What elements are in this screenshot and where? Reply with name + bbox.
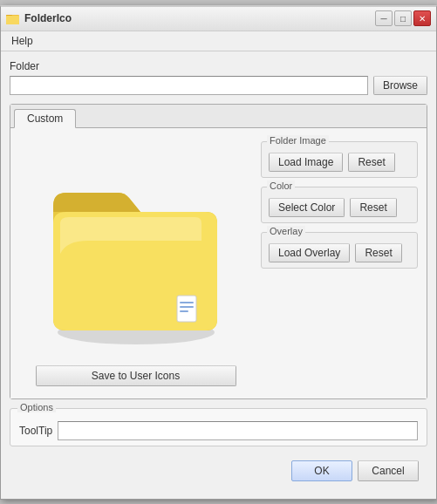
svg-rect-2 bbox=[6, 16, 19, 24]
close-button[interactable]: ✕ bbox=[413, 10, 431, 26]
reset-image-button[interactable]: Reset bbox=[348, 153, 394, 172]
folder-image-buttons: Load Image Reset bbox=[269, 153, 410, 172]
svg-rect-5 bbox=[180, 302, 194, 303]
save-to-user-icons-button[interactable]: Save to User Icons bbox=[36, 365, 236, 386]
svg-rect-7 bbox=[180, 310, 188, 312]
window-icon bbox=[6, 11, 20, 25]
svg-rect-4 bbox=[177, 296, 196, 322]
menu-bar: Help bbox=[1, 31, 436, 51]
controls-panel: Folder Image Load Image Reset Color Sele… bbox=[261, 137, 418, 390]
tab-container: Custom bbox=[10, 104, 427, 399]
title-bar-buttons: ─ □ ✕ bbox=[375, 10, 431, 26]
ok-button[interactable]: OK bbox=[291, 460, 352, 481]
dialog-buttons: OK Cancel bbox=[10, 455, 427, 490]
overlay-buttons: Load Overlay Reset bbox=[269, 243, 410, 262]
reset-overlay-button[interactable]: Reset bbox=[355, 243, 401, 262]
custom-tab[interactable]: Custom bbox=[14, 109, 76, 128]
tooltip-label: ToolTip bbox=[19, 425, 52, 437]
save-btn-row: Save to User Icons bbox=[36, 365, 236, 386]
tooltip-input[interactable] bbox=[58, 421, 418, 440]
overlay-label: Overlay bbox=[267, 226, 305, 236]
folder-image bbox=[44, 149, 228, 350]
minimize-button[interactable]: ─ bbox=[375, 10, 393, 26]
folder-image-group: Folder Image Load Image Reset bbox=[261, 141, 418, 178]
folder-preview: Save to User Icons bbox=[19, 137, 252, 390]
overlay-group: Overlay Load Overlay Reset bbox=[261, 232, 418, 269]
color-label: Color bbox=[267, 180, 295, 191]
options-section: Options ToolTip bbox=[10, 408, 427, 446]
window-title: FolderIco bbox=[24, 12, 72, 24]
folder-svg-container bbox=[36, 140, 236, 358]
browse-button[interactable]: Browse bbox=[373, 76, 427, 95]
tab-content: Save to User Icons Folder Image Load Ima… bbox=[10, 128, 427, 398]
cancel-button[interactable]: Cancel bbox=[358, 460, 419, 481]
tooltip-row: ToolTip bbox=[19, 421, 418, 440]
tab-header: Custom bbox=[10, 105, 427, 128]
svg-rect-6 bbox=[180, 306, 194, 308]
color-group: Color Select Color Reset bbox=[261, 187, 418, 223]
folder-input[interactable] bbox=[10, 76, 368, 95]
window-content: Folder Browse Custom bbox=[1, 51, 436, 499]
select-color-button[interactable]: Select Color bbox=[269, 198, 345, 217]
title-bar-left: FolderIco bbox=[6, 11, 72, 25]
load-image-button[interactable]: Load Image bbox=[269, 153, 343, 172]
help-menu[interactable]: Help bbox=[4, 33, 40, 49]
load-overlay-button[interactable]: Load Overlay bbox=[269, 243, 350, 262]
color-buttons: Select Color Reset bbox=[269, 198, 410, 217]
main-window: FolderIco ─ □ ✕ Help Folder Browse Custo… bbox=[0, 5, 437, 500]
maximize-button[interactable]: □ bbox=[394, 10, 412, 26]
title-bar: FolderIco ─ □ ✕ bbox=[1, 7, 436, 31]
options-label: Options bbox=[17, 402, 56, 412]
reset-color-button[interactable]: Reset bbox=[350, 198, 396, 217]
folder-image-label: Folder Image bbox=[267, 135, 329, 146]
folder-row: Browse bbox=[10, 76, 427, 95]
folder-label: Folder bbox=[10, 60, 427, 72]
